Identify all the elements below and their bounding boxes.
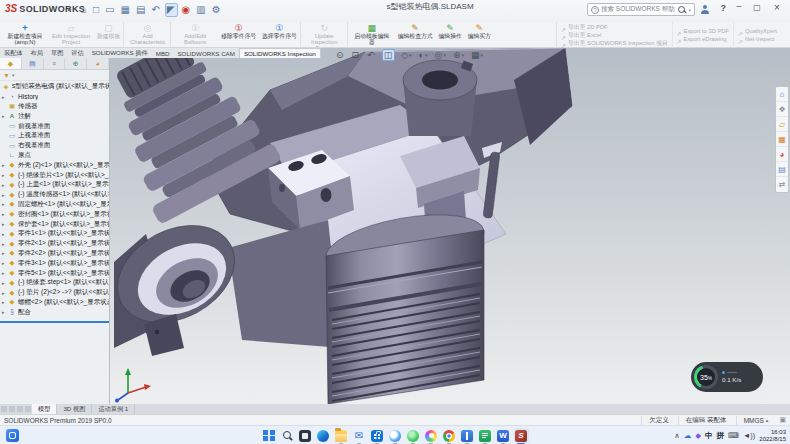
taskbar-app[interactable]: [298, 428, 313, 443]
tree-item[interactable]: 保护套<1> (默认<<默认>_显示状: [0, 219, 109, 229]
restore-button[interactable]: ▢: [750, 3, 764, 12]
section-view-icon[interactable]: ◫: [382, 49, 396, 61]
view-tab[interactable]: 模型: [32, 404, 57, 414]
minimize-button[interactable]: –: [732, 1, 746, 11]
view-palette-icon[interactable]: ▦: [776, 132, 788, 147]
display-style-icon[interactable]: ◐ ▾: [418, 49, 429, 61]
tree-item[interactable]: 外壳 (2)<1> (默认<<默认>_显示状: [0, 160, 109, 170]
tab-propertymanager[interactable]: ▤: [22, 58, 44, 69]
tree-item[interactable]: (-) 上盖<1> (默认<<默认>_显示状: [0, 180, 109, 190]
tab-configurationmanager[interactable]: ≡: [44, 58, 66, 69]
undo-icon[interactable]: ↶: [150, 3, 161, 17]
tab-displaymanager[interactable]: ◕: [87, 58, 109, 69]
command-manager-tab[interactable]: SOLIDWORKS 插件: [88, 48, 152, 58]
file-properties-icon[interactable]: ▥: [195, 3, 207, 17]
tree-item[interactable]: 零件3<1> (默认<<默认>_显示状态: [0, 258, 109, 268]
status-item[interactable]: 在编辑 装配体: [678, 416, 736, 425]
hide-show-icon[interactable]: ◎ ▾: [434, 49, 447, 61]
tray-security-icon[interactable]: ◆: [695, 431, 701, 441]
command-manager-tab[interactable]: 评估: [67, 48, 87, 58]
search-icon[interactable]: [677, 5, 686, 14]
taskbar-app[interactable]: [280, 428, 295, 443]
command-manager-tab[interactable]: SOLIDWORKS CAM: [173, 48, 238, 58]
login-icon[interactable]: [700, 5, 710, 15]
search-caret-icon[interactable]: ▾: [688, 7, 691, 13]
ribbon-button[interactable]: Update Inspection Project: [302, 22, 348, 47]
graphics-viewport[interactable]: ⊙ ⊡ ↶ ◫ ◇ ▾ ◐ ▾ ◎: [110, 48, 790, 404]
export-menu-item[interactable]: Export to 3D PDF: [677, 27, 729, 35]
command-manager-tab[interactable]: MBD: [152, 48, 174, 58]
tree-item[interactable]: 注解: [0, 111, 109, 121]
tree-item[interactable]: s型铠装热电偶 (默认<默认_显示状态-1: [0, 82, 109, 92]
ribbon-button[interactable]: 移除零件序号: [218, 22, 259, 47]
help-search-input[interactable]: ? 搜索 SOLIDWORKS 帮助 ▾: [587, 3, 695, 16]
taskbar-app[interactable]: [514, 428, 529, 443]
tree-item[interactable]: 右视基准面: [0, 141, 109, 151]
taskbar-app[interactable]: [334, 428, 349, 443]
taskbar-app[interactable]: [460, 428, 475, 443]
select-icon[interactable]: ◤: [165, 3, 178, 17]
volume-icon[interactable]: ◄)): [743, 431, 755, 441]
ribbon-button[interactable]: 启动模板编辑器: [349, 22, 395, 47]
tree-item[interactable]: (-) 垫片 (2)<2> ->? (默认<<默认>: [0, 288, 109, 298]
file-explorer-icon[interactable]: ▱: [776, 117, 788, 132]
close-button[interactable]: ×: [770, 2, 784, 13]
command-manager-tab[interactable]: 布局: [27, 48, 47, 58]
command-manager-tab[interactable]: 装配体: [0, 48, 27, 58]
tree-item[interactable]: 零件5<1> (默认<<默认>_显示状态: [0, 268, 109, 278]
tray-chevron-icon[interactable]: ∧: [674, 431, 680, 441]
tree-item[interactable]: History: [0, 92, 109, 102]
resources-icon[interactable]: ⌂: [776, 87, 788, 102]
taskbar-clock[interactable]: 16:03 2022/8/15: [759, 429, 786, 442]
tree-item[interactable]: 前视基准面: [0, 121, 109, 131]
new-document-icon[interactable]: □: [92, 3, 101, 17]
ribbon-button[interactable]: 编辑买方: [465, 22, 494, 47]
taskbar-app[interactable]: [316, 428, 331, 443]
tab-featuremanager[interactable]: ◆: [0, 58, 22, 69]
tags-icon[interactable]: ▣: [779, 416, 786, 424]
tree-item[interactable]: 配合: [0, 307, 109, 317]
tree-item[interactable]: 零件2<2> (默认<<默认>_显示状态: [0, 249, 109, 259]
model-3d-view[interactable]: [110, 48, 790, 404]
ribbon-button[interactable]: Edit Inspection Project: [48, 22, 94, 47]
sheet-nav-button[interactable]: [9, 406, 15, 412]
print-icon[interactable]: ▤: [135, 3, 147, 17]
ribbon-button[interactable]: 新建模板: [94, 22, 124, 47]
previous-view-icon[interactable]: ↶: [366, 49, 377, 61]
appearances-icon[interactable]: ◕: [776, 147, 788, 162]
design-library-icon[interactable]: ❖: [776, 102, 788, 117]
sheet-nav-button[interactable]: [17, 406, 23, 412]
taskbar-app[interactable]: [424, 428, 439, 443]
forum-icon[interactable]: ⇄: [776, 177, 788, 192]
zoom-area-icon[interactable]: ⊡: [351, 49, 362, 61]
ribbon-button[interactable]: 编辑操作: [436, 22, 465, 47]
export-menu-item[interactable]: 导出至 SOLIDWORKS Inspection 项目: [561, 39, 668, 47]
view-orientation-icon[interactable]: ◇ ▾: [400, 49, 412, 61]
command-manager-tab[interactable]: SOLIDWORKS Inspection: [239, 48, 321, 58]
tree-item[interactable]: 零件2<1> (默认<<默认>_显示状态: [0, 239, 109, 249]
taskbar-app[interactable]: [496, 428, 511, 443]
ime-mode[interactable]: 中: [705, 431, 713, 441]
tree-item[interactable]: 上视基准面: [0, 131, 109, 141]
taskbar-app[interactable]: [262, 428, 277, 443]
taskbar-app[interactable]: [442, 428, 457, 443]
export-menu-item[interactable]: QualityXpert: [738, 27, 777, 35]
taskbar-app[interactable]: [352, 428, 367, 443]
taskbar-app[interactable]: [388, 428, 403, 443]
sheet-nav-button[interactable]: [25, 406, 31, 412]
options-icon[interactable]: ⚙: [211, 3, 223, 17]
view-tab[interactable]: 3D 视图: [57, 404, 92, 414]
tree-filter[interactable]: ▼ ▾: [0, 70, 109, 81]
tab-dimxpertmanager[interactable]: ⊕: [65, 58, 87, 69]
export-menu-item[interactable]: Export eDrawing: [677, 35, 729, 43]
performance-monitor-widget[interactable]: 35 % 0.1 K/s: [691, 362, 763, 392]
status-item[interactable]: 欠定义: [641, 416, 678, 425]
zoom-fit-icon[interactable]: ⊙: [335, 49, 346, 61]
touch-keyboard-icon[interactable]: ⌨: [728, 431, 739, 441]
ribbon-button[interactable]: Add/Edit Balloons: [172, 22, 218, 47]
appearance-icon[interactable]: ⊛ ▾: [452, 49, 465, 61]
view-tab[interactable]: 运动算例 1: [92, 404, 135, 414]
open-icon[interactable]: ▭: [104, 3, 116, 17]
tree-item[interactable]: (-) 温度传感器<1> (默认<<默认>_: [0, 190, 109, 200]
ribbon-button[interactable]: Add Characteristic: [125, 22, 171, 47]
